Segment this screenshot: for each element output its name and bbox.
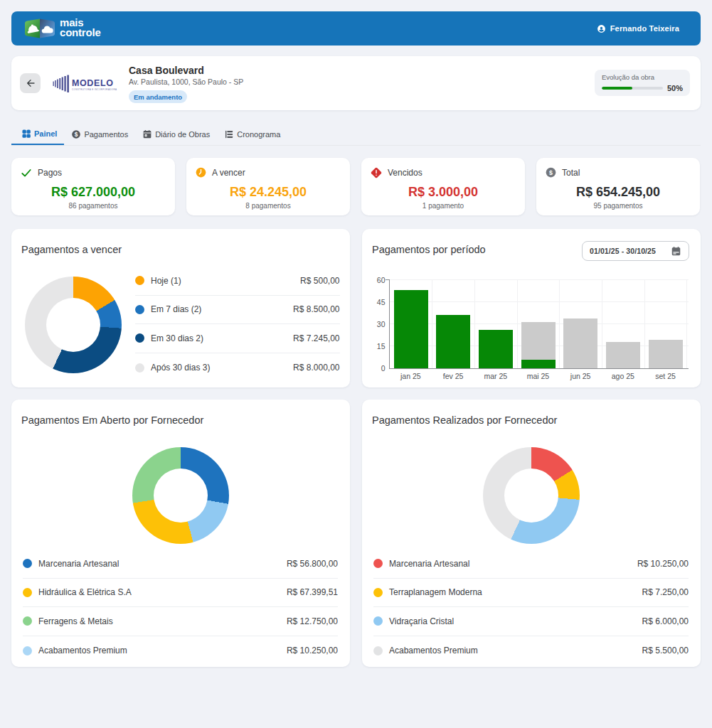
svg-text:$: $: [549, 169, 553, 176]
svg-text:$: $: [75, 131, 78, 138]
svg-text:CONSTRUTORA E INCORPORADORA: CONSTRUTORA E INCORPORADORA: [72, 88, 117, 91]
svg-text:MODELO: MODELO: [72, 78, 113, 88]
